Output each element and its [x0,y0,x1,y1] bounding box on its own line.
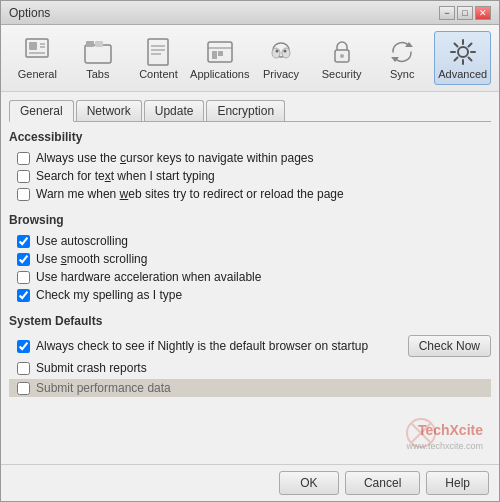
watermark-url: www.techxcite.com [406,441,483,451]
tab-general[interactable]: General [9,100,74,122]
toolbar-item-security[interactable]: Security [313,31,370,85]
warn-redirect-checkbox[interactable] [17,188,30,201]
help-button[interactable]: Help [426,471,489,495]
checkbox-crash-reports: Submit crash reports [9,359,491,377]
crash-reports-label[interactable]: Submit crash reports [36,361,147,375]
advanced-icon [447,36,479,68]
svg-line-35 [411,423,431,443]
security-icon [326,36,358,68]
tab-update[interactable]: Update [144,100,205,121]
autoscrolling-checkbox[interactable] [17,235,30,248]
checkbox-spell-check: Check my spelling as I type [9,286,491,304]
window-title: Options [9,6,50,20]
toolbar-item-sync[interactable]: Sync [374,31,431,85]
ok-button[interactable]: OK [279,471,339,495]
svg-line-33 [454,58,457,61]
general-icon [21,36,53,68]
default-browser-label[interactable]: Always check to see if Nightly is the de… [36,339,368,353]
sync-icon [386,36,418,68]
browsing-section: Browsing Use autoscrolling Use smooth sc… [9,213,491,304]
checkbox-search-text: Search for text when I start typing [9,167,491,185]
system-defaults-label: System Defaults [9,314,491,328]
cursor-keys-label[interactable]: Always use the cursor keys to navigate w… [36,151,313,165]
toolbar-label-advanced: Advanced [438,68,487,80]
toolbar-item-tabs[interactable]: Tabs [70,31,127,85]
crash-reports-checkbox[interactable] [17,362,30,375]
checkbox-performance-data: Submit performance data [9,379,491,397]
checkbox-cursor-keys: Always use the cursor keys to navigate w… [9,149,491,167]
checkbox-default-browser-row: Always check to see if Nightly is the de… [9,333,491,359]
hardware-accel-checkbox[interactable] [17,271,30,284]
options-window: Options − □ ✕ General Tabs Content [0,0,500,502]
autoscrolling-label[interactable]: Use autoscrolling [36,234,128,248]
svg-point-18 [282,48,290,58]
spell-check-label[interactable]: Check my spelling as I type [36,288,182,302]
privacy-icon [265,36,297,68]
checkbox-hardware-accel: Use hardware acceleration when available [9,268,491,286]
toolbar-label-applications: Applications [190,68,249,80]
default-browser-left: Always check to see if Nightly is the de… [17,339,368,353]
tab-network[interactable]: Network [76,100,142,121]
toolbar-label-general: General [18,68,57,80]
checkbox-autoscrolling: Use autoscrolling [9,232,491,250]
svg-rect-7 [95,41,103,47]
performance-data-checkbox[interactable] [17,382,30,395]
smooth-scrolling-checkbox[interactable] [17,253,30,266]
close-button[interactable]: ✕ [475,6,491,20]
toolbar: General Tabs Content Applications Privac… [1,25,499,92]
svg-point-34 [407,419,435,447]
bottom-bar: OK Cancel Help [1,464,499,501]
tab-content: Accessibility Always use the cursor keys… [9,130,491,456]
watermark-text: TechXcite [418,422,483,438]
accessibility-label: Accessibility [9,130,491,144]
content-area: General Network Update Encryption Access… [1,92,499,464]
toolbar-label-content: Content [139,68,178,80]
checkbox-smooth-scrolling: Use smooth scrolling [9,250,491,268]
toolbar-item-content[interactable]: Content [130,31,187,85]
toolbar-label-privacy: Privacy [263,68,299,80]
svg-rect-5 [85,45,111,63]
svg-point-19 [276,50,279,53]
svg-rect-15 [218,51,223,56]
check-now-button[interactable]: Check Now [408,335,491,357]
toolbar-label-sync: Sync [390,68,414,80]
svg-point-17 [272,48,280,58]
hardware-accel-label[interactable]: Use hardware acceleration when available [36,270,261,284]
performance-data-label[interactable]: Submit performance data [36,381,171,395]
toolbar-item-general[interactable]: General [9,31,66,85]
tab-encryption[interactable]: Encryption [206,100,285,121]
toolbar-item-privacy[interactable]: Privacy [253,31,310,85]
minimize-button[interactable]: − [439,6,455,20]
spell-check-checkbox[interactable] [17,289,30,302]
svg-line-36 [411,423,431,443]
toolbar-item-advanced[interactable]: Advanced [434,31,491,85]
svg-line-30 [454,44,457,47]
accessibility-section: Accessibility Always use the cursor keys… [9,130,491,203]
cursor-keys-checkbox[interactable] [17,152,30,165]
applications-icon [204,36,236,68]
default-browser-checkbox[interactable] [17,340,30,353]
content-icon [142,36,174,68]
browsing-label: Browsing [9,213,491,227]
smooth-scrolling-label[interactable]: Use smooth scrolling [36,252,147,266]
toolbar-item-applications[interactable]: Applications [191,31,249,85]
svg-line-32 [468,44,471,47]
maximize-button[interactable]: □ [457,6,473,20]
search-text-checkbox[interactable] [17,170,30,183]
svg-rect-6 [86,41,94,47]
watermark-logo [403,415,483,456]
svg-rect-8 [148,39,168,65]
title-bar-controls: − □ ✕ [439,6,491,20]
tabs-row: General Network Update Encryption [9,100,491,122]
svg-rect-14 [212,51,217,59]
toolbar-label-security: Security [322,68,362,80]
svg-point-22 [340,54,344,58]
svg-point-25 [458,47,468,57]
search-text-label[interactable]: Search for text when I start typing [36,169,215,183]
checkbox-warn-redirect: Warn me when web sites try to redirect o… [9,185,491,203]
warn-redirect-label[interactable]: Warn me when web sites try to redirect o… [36,187,344,201]
svg-point-20 [284,50,287,53]
tabs-icon [82,36,114,68]
svg-line-31 [468,58,471,61]
cancel-button[interactable]: Cancel [345,471,420,495]
